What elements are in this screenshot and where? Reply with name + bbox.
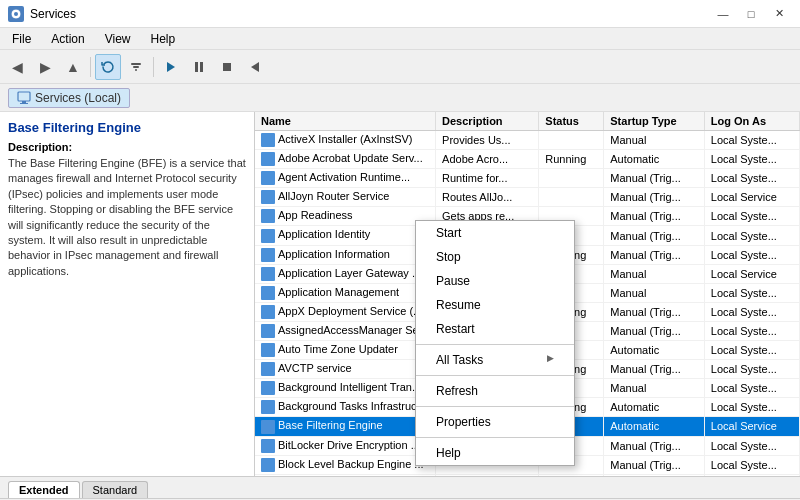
col-startup[interactable]: Startup Type [604, 112, 705, 131]
service-icon [261, 286, 275, 300]
menu-action[interactable]: Action [43, 30, 92, 48]
cell-startup: Manual (Trig... [604, 302, 705, 321]
description-text: The Base Filtering Engine (BFE) is a ser… [8, 156, 246, 279]
table-row[interactable]: AllJoyn Router ServiceRoutes AllJo...Man… [255, 188, 800, 207]
service-name-heading: Base Filtering Engine [8, 120, 246, 135]
title-bar: Services — □ ✕ [0, 0, 800, 28]
table-row[interactable]: ActiveX Installer (AxInstSV)Provides Us.… [255, 131, 800, 150]
cell-description: Provides Us... [436, 131, 539, 150]
table-row[interactable]: Agent Activation Runtime...Runtime for..… [255, 169, 800, 188]
filter-button[interactable] [123, 54, 149, 80]
context-menu-item[interactable]: All Tasks [416, 348, 574, 372]
cell-logon: Local Syste... [704, 341, 799, 360]
maximize-button[interactable]: □ [738, 4, 764, 24]
tab-standard[interactable]: Standard [82, 481, 149, 498]
cell-status [539, 188, 604, 207]
service-icon [261, 209, 275, 223]
cell-logon: Local Service [704, 417, 799, 436]
cell-startup: Manual (Trig... [604, 169, 705, 188]
svg-rect-8 [223, 63, 231, 71]
cell-startup: Automatic [604, 150, 705, 169]
toolbar-separator-1 [90, 57, 91, 77]
cell-startup: Automatic [604, 341, 705, 360]
service-icon [261, 381, 275, 395]
service-icon [261, 305, 275, 319]
context-menu-item[interactable]: Start [416, 221, 574, 245]
cell-logon: Local Syste... [704, 245, 799, 264]
cell-startup: Manual (Trig... [604, 207, 705, 226]
cell-startup: Manual [604, 131, 705, 150]
service-icon [261, 439, 275, 453]
service-icon [261, 324, 275, 338]
table-row[interactable]: Bluetooth Audio Gateway S...SeManual (Tr… [255, 474, 800, 476]
cell-description: Adobe Acro... [436, 150, 539, 169]
svg-rect-11 [22, 101, 26, 103]
pause-service-button[interactable] [186, 54, 212, 80]
toolbar: ◀ ▶ ▲ [0, 50, 800, 84]
context-menu-item[interactable]: Pause [416, 269, 574, 293]
cell-logon: Local Syste... [704, 302, 799, 321]
service-icon [261, 362, 275, 376]
cell-startup: Manual (Trig... [604, 474, 705, 476]
main-layout: Base Filtering Engine Description: The B… [0, 112, 800, 476]
tab-bar: Extended Standard [0, 476, 800, 498]
context-menu-item[interactable]: Properties [416, 410, 574, 434]
cell-startup: Manual [604, 283, 705, 302]
window-controls: — □ ✕ [710, 4, 792, 24]
cell-description: Runtime for... [436, 169, 539, 188]
service-icon [261, 267, 275, 281]
context-menu-separator [416, 406, 574, 407]
context-menu-item[interactable]: Restart [416, 317, 574, 341]
menu-help[interactable]: Help [143, 30, 184, 48]
svg-marker-5 [167, 62, 175, 72]
svg-rect-10 [18, 92, 30, 101]
cell-startup: Manual [604, 264, 705, 283]
context-menu-item[interactable]: Refresh [416, 379, 574, 403]
col-logon[interactable]: Log On As [704, 112, 799, 131]
cell-logon: Local Syste... [704, 474, 799, 476]
table-row[interactable]: Adobe Acrobat Update Serv...Adobe Acro..… [255, 150, 800, 169]
col-name[interactable]: Name [255, 112, 436, 131]
cell-logon: Local Syste... [704, 131, 799, 150]
service-icon [261, 343, 275, 357]
back-button[interactable]: ◀ [4, 54, 30, 80]
cell-logon: Local Syste... [704, 455, 799, 474]
cell-logon: Local Syste... [704, 379, 799, 398]
context-menu: StartStopPauseResumeRestartAll TasksRefr… [415, 220, 575, 466]
minimize-button[interactable]: — [710, 4, 736, 24]
col-description[interactable]: Description [436, 112, 539, 131]
context-menu-item[interactable]: Stop [416, 245, 574, 269]
cell-logon: Local Syste... [704, 169, 799, 188]
close-button[interactable]: ✕ [766, 4, 792, 24]
menu-bar: File Action View Help [0, 28, 800, 50]
cell-logon: Local Syste... [704, 226, 799, 245]
start-service-button[interactable] [158, 54, 184, 80]
cell-status [539, 131, 604, 150]
context-menu-separator [416, 437, 574, 438]
refresh-button[interactable] [95, 54, 121, 80]
forward-button[interactable]: ▶ [32, 54, 58, 80]
col-status[interactable]: Status [539, 112, 604, 131]
menu-view[interactable]: View [97, 30, 139, 48]
tab-extended[interactable]: Extended [8, 481, 80, 498]
menu-file[interactable]: File [4, 30, 39, 48]
context-menu-item[interactable]: Help [416, 441, 574, 465]
restart-service-button[interactable] [242, 54, 268, 80]
svg-rect-2 [131, 63, 141, 65]
svg-rect-7 [200, 62, 203, 72]
service-icon [261, 400, 275, 414]
left-panel: Base Filtering Engine Description: The B… [0, 112, 255, 476]
cell-startup: Manual (Trig... [604, 188, 705, 207]
context-menu-item[interactable]: Resume [416, 293, 574, 317]
table-header-row: Name Description Status Startup Type Log… [255, 112, 800, 131]
cell-startup: Manual (Trig... [604, 321, 705, 340]
cell-logon: Local Syste... [704, 207, 799, 226]
up-button[interactable]: ▲ [60, 54, 86, 80]
service-icon [261, 190, 275, 204]
svg-rect-3 [133, 66, 139, 68]
address-bar: Services (Local) [0, 84, 800, 112]
stop-service-button[interactable] [214, 54, 240, 80]
cell-startup: Manual (Trig... [604, 455, 705, 474]
description-label: Description: [8, 141, 246, 153]
cell-startup: Automatic [604, 417, 705, 436]
